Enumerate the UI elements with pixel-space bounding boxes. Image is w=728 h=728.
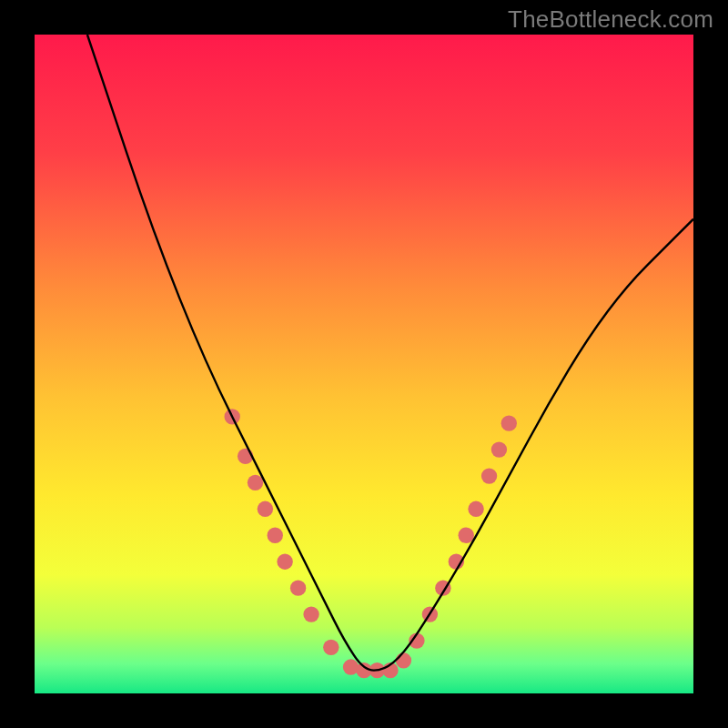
watermark-text: TheBottleneck.com [508,5,713,34]
plot-area [35,35,693,693]
dot [343,659,359,674]
dot [268,528,283,543]
dot [459,528,474,543]
dot [248,475,263,490]
chart-frame: TheBottleneck.com [0,0,728,728]
dot [290,580,306,595]
dot [303,606,318,622]
dot [258,501,273,517]
dot [501,415,517,430]
dot [277,554,292,570]
dot [491,441,507,457]
dot [481,468,497,483]
bottleneck-curve [87,35,693,671]
dot [323,640,339,655]
dot [468,501,483,517]
curve-layer [35,35,693,693]
dot [396,652,411,668]
